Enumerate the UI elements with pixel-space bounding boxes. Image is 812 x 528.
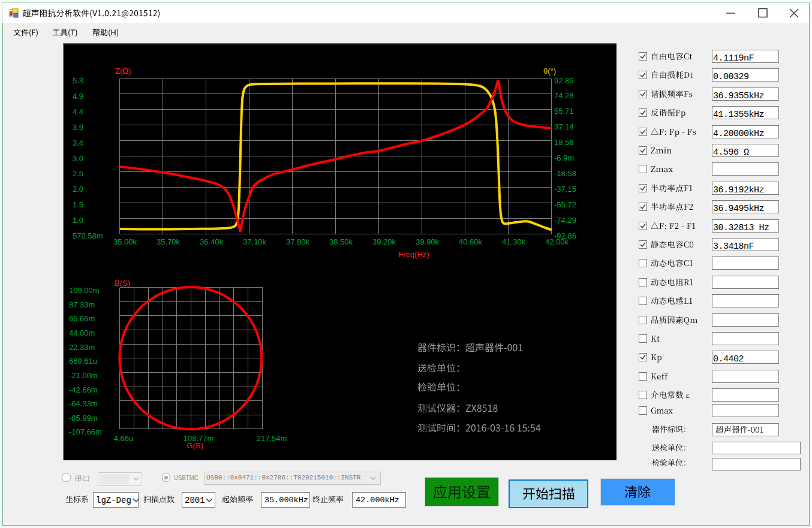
svg-text:92.85: 92.85 — [554, 76, 574, 85]
svg-text:109.00m: 109.00m — [69, 286, 100, 295]
svg-text:65.66m: 65.66m — [69, 314, 95, 323]
svg-text:40.60k: 40.60k — [459, 237, 483, 246]
svg-text:74.28: 74.28 — [554, 91, 574, 100]
svg-text:2.0: 2.0 — [73, 185, 83, 194]
svg-text:55.71: 55.71 — [554, 107, 574, 116]
svg-text:-64.33m: -64.33m — [69, 399, 98, 408]
svg-text:-21.00m: -21.00m — [69, 371, 98, 380]
svg-text:18.56: 18.56 — [554, 138, 574, 147]
svg-text:217.54m: 217.54m — [257, 434, 287, 443]
svg-text:-55.72: -55.72 — [554, 200, 576, 209]
svg-text:669.61u: 669.61u — [69, 357, 97, 366]
svg-text:-37.15: -37.15 — [554, 185, 576, 194]
svg-text:1.5: 1.5 — [73, 200, 83, 209]
svg-text:-6.9m: -6.9m — [554, 153, 574, 162]
svg-text:4.66u: 4.66u — [114, 434, 134, 443]
svg-text:42.00k: 42.00k — [545, 237, 569, 246]
svg-text:37.14: 37.14 — [554, 122, 574, 131]
svg-text:Z(Ω): Z(Ω) — [115, 67, 131, 76]
svg-text:37.80k: 37.80k — [286, 237, 310, 246]
svg-text:35.70k: 35.70k — [157, 237, 181, 246]
svg-text:-42.66m: -42.66m — [69, 385, 98, 394]
svg-text:2.5: 2.5 — [73, 169, 83, 178]
svg-text:41.30k: 41.30k — [502, 237, 526, 246]
svg-text:35.00k: 35.00k — [113, 237, 137, 246]
svg-text:38.50k: 38.50k — [329, 237, 353, 246]
svg-text:G(S): G(S) — [187, 441, 203, 450]
svg-text:44.00m: 44.00m — [69, 328, 95, 337]
svg-text:39.20k: 39.20k — [372, 237, 396, 246]
svg-text:B(S): B(S) — [115, 279, 130, 288]
svg-text:570.58m: 570.58m — [73, 231, 103, 240]
svg-text:1.0: 1.0 — [73, 216, 83, 225]
svg-text:θ(°): θ(°) — [543, 67, 556, 76]
svg-text:37.10k: 37.10k — [243, 237, 267, 246]
svg-text:Freq(Hz): Freq(Hz) — [398, 250, 429, 259]
svg-text:-107.66m: -107.66m — [69, 427, 102, 436]
svg-text:-85.99m: -85.99m — [69, 414, 98, 423]
svg-text:5.3: 5.3 — [73, 76, 83, 85]
svg-text:3.9: 3.9 — [73, 123, 83, 132]
svg-text:36.40k: 36.40k — [200, 237, 224, 246]
svg-text:4.9: 4.9 — [73, 92, 83, 101]
svg-text:87.33m: 87.33m — [69, 300, 95, 309]
svg-text:4.4: 4.4 — [73, 107, 83, 116]
svg-text:-18.58: -18.58 — [554, 169, 576, 178]
svg-text:39.90k: 39.90k — [416, 237, 440, 246]
svg-text:-74.29: -74.29 — [554, 216, 576, 225]
svg-text:3.0: 3.0 — [73, 154, 83, 163]
svg-text:3.4: 3.4 — [73, 138, 83, 147]
svg-text:22.33m: 22.33m — [69, 343, 95, 352]
